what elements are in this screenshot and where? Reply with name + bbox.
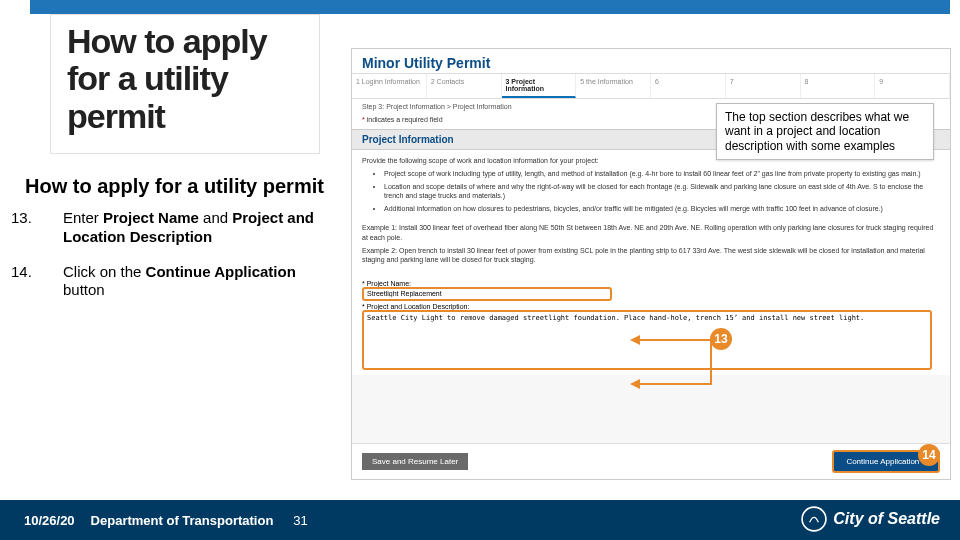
- wizard-step[interactable]: 8: [801, 74, 876, 98]
- callout-top-section: The top section describes what we want i…: [716, 103, 934, 160]
- help-bullet: Location and scope details of where and …: [384, 182, 940, 200]
- connector-line: [640, 383, 712, 385]
- callout-badge-13: 13: [710, 328, 732, 350]
- example-2: Example 2: Open trench to install 30 lin…: [362, 246, 940, 264]
- help-bullet: Project scope of work including type of …: [384, 169, 940, 178]
- footer-dept: Department of Transportation: [91, 513, 274, 528]
- slide-accent-bar: [30, 0, 950, 14]
- arrowhead-icon: [630, 335, 640, 345]
- form-title: Minor Utility Permit: [352, 49, 950, 74]
- form-fields: * Project Name: * Project and Location D…: [352, 274, 950, 375]
- city-logo: City of Seattle: [801, 506, 940, 532]
- form-buttons: Save and Resume Later Continue Applicati…: [352, 443, 950, 479]
- project-name-input[interactable]: [362, 287, 612, 301]
- wizard-step[interactable]: 9: [875, 74, 950, 98]
- save-resume-button[interactable]: Save and Resume Later: [362, 453, 468, 470]
- arrowhead-icon: [630, 379, 640, 389]
- project-name-label: * Project Name:: [362, 280, 940, 287]
- example-1: Example 1: Install 300 linear feet of ov…: [362, 223, 940, 241]
- help-text: Provide the following scope of work and …: [352, 150, 950, 223]
- wizard-step[interactable]: 2 Contacts: [427, 74, 502, 98]
- step-13: 13.Enter Project Name and Project and Lo…: [25, 209, 335, 247]
- step-number: 14.: [37, 263, 63, 282]
- callout-badge-14: 14: [918, 444, 940, 466]
- desc-label: * Project and Location Description:: [362, 303, 940, 310]
- wizard-step[interactable]: 1 Loginn Information: [352, 74, 427, 98]
- instructions-column: How to apply for a utility permit 13.Ent…: [25, 175, 335, 316]
- step-number: 13.: [37, 209, 63, 228]
- wizard-step[interactable]: 7: [726, 74, 801, 98]
- connector-line: [640, 339, 710, 341]
- help-bullet: Additional information on how closures t…: [384, 204, 940, 213]
- svg-point-0: [802, 507, 826, 531]
- wizard-step[interactable]: 5 the Information: [576, 74, 651, 98]
- seattle-seal-icon: [801, 506, 827, 532]
- footer-page: 31: [293, 513, 307, 528]
- slide-title-box: How to apply for a utility permit: [50, 14, 320, 154]
- wizard-step[interactable]: 6: [651, 74, 726, 98]
- slide-footer: 10/26/20 Department of Transportation 31…: [0, 500, 960, 540]
- wizard-step[interactable]: 3 Project Information: [502, 74, 577, 98]
- slide-subtitle: How to apply for a utility permit: [25, 175, 335, 197]
- footer-date: 10/26/20: [24, 513, 75, 528]
- connector-line: [710, 339, 712, 383]
- step-14: 14.Click on the Continue Application but…: [25, 263, 335, 301]
- examples-block: Example 1: Install 300 linear feet of ov…: [352, 223, 950, 273]
- slide-title: How to apply for a utility permit: [67, 23, 303, 135]
- city-logo-text: City of Seattle: [833, 510, 940, 528]
- wizard-steps: 1 Loginn Information 2 Contacts 3 Projec…: [352, 74, 950, 99]
